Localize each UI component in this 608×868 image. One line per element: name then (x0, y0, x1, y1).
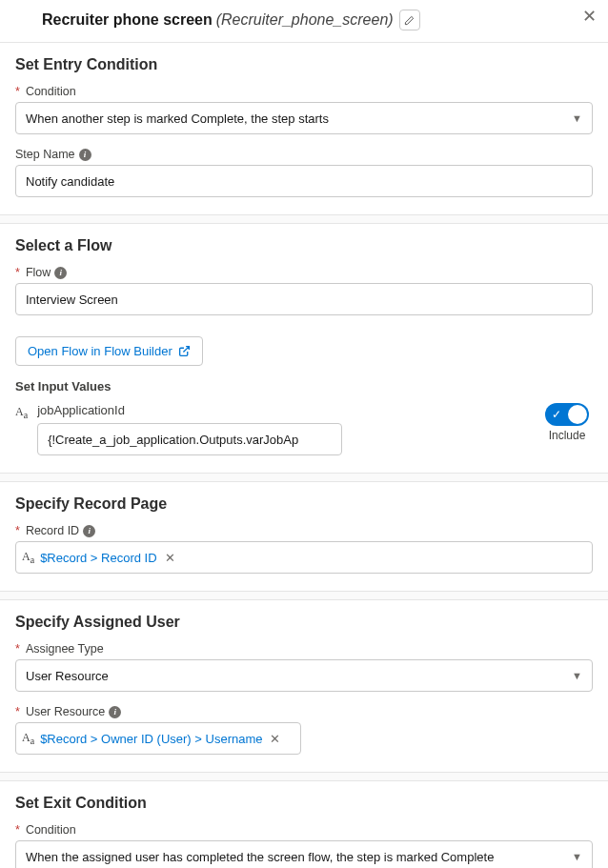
record-page-section: Specify Record Page * Record ID i Aa $Re… (0, 481, 608, 592)
text-type-icon: Aa (22, 550, 34, 565)
remove-pill-button[interactable]: ✕ (270, 732, 280, 746)
section-title-flow: Select a Flow (15, 237, 593, 254)
variable-name: jobApplicationId (37, 403, 536, 417)
assignee-type-label: * Assignee Type (15, 642, 593, 656)
required-asterisk: * (15, 705, 20, 718)
record-id-input[interactable]: Aa $Record > Record ID ✕ (15, 541, 593, 574)
required-asterisk: * (15, 266, 20, 279)
assigned-user-section: Specify Assigned User * Assignee Type Us… (0, 599, 608, 773)
exit-condition-section: Set Exit Condition * Condition When the … (0, 780, 608, 868)
info-icon[interactable]: i (79, 149, 91, 161)
info-icon[interactable]: i (54, 267, 67, 279)
close-button[interactable]: ✕ (582, 6, 597, 27)
assignee-type-select[interactable]: User Resource ▼ (15, 659, 593, 692)
chevron-down-icon: ▼ (572, 851, 582, 862)
toggle-label: Include (549, 429, 586, 442)
entry-condition-section: Set Entry Condition * Condition When ano… (0, 43, 608, 215)
flow-label: * Flow i (15, 266, 593, 279)
set-input-values-title: Set Input Values (15, 379, 593, 394)
user-resource-pill: $Record > Owner ID (User) > Username (40, 732, 262, 746)
external-link-icon (178, 345, 191, 357)
step-name-input[interactable] (15, 165, 593, 197)
edit-button[interactable] (399, 10, 420, 30)
chevron-down-icon: ▼ (572, 670, 582, 681)
open-flow-builder-button[interactable]: Open Flow in Flow Builder (15, 336, 203, 366)
toggle-knob (568, 405, 587, 424)
header-title: Recruiter phone screen (42, 11, 213, 29)
required-asterisk: * (15, 823, 20, 837)
chevron-down-icon: ▼ (572, 112, 582, 124)
flow-input[interactable] (15, 283, 593, 315)
user-resource-input[interactable]: Aa $Record > Owner ID (User) > Username … (15, 722, 301, 755)
section-title-assignee: Specify Assigned User (15, 614, 593, 631)
record-id-pill: $Record > Record ID (40, 551, 156, 565)
user-resource-label: * User Resource i (15, 705, 593, 718)
section-title-exit: Set Exit Condition (15, 795, 593, 812)
required-asterisk: * (15, 642, 20, 656)
info-icon[interactable]: i (83, 525, 95, 537)
check-icon: ✓ (552, 408, 561, 421)
exit-condition-label: * Condition (15, 823, 593, 837)
text-type-icon: Aa (22, 731, 34, 746)
exit-condition-select[interactable]: When the assigned user has completed the… (15, 840, 593, 868)
input-variable-row: Aa jobApplicationId ✓ Include (15, 403, 593, 455)
required-asterisk: * (15, 524, 20, 537)
panel-header: Recruiter phone screen (Recruiter_phone_… (0, 0, 608, 43)
close-icon: ✕ (582, 7, 597, 26)
info-icon[interactable]: i (109, 706, 121, 718)
required-asterisk: * (15, 85, 20, 98)
section-title-entry: Set Entry Condition (15, 56, 593, 73)
step-name-label: Step Name i (15, 148, 593, 161)
entry-condition-select[interactable]: When another step is marked Complete, th… (15, 102, 593, 134)
select-flow-section: Select a Flow * Flow i Open Flow in Flow… (0, 223, 608, 474)
section-title-record: Specify Record Page (15, 495, 593, 513)
text-type-icon: Aa (15, 405, 28, 420)
record-id-label: * Record ID i (15, 524, 593, 537)
variable-value-input[interactable] (37, 423, 342, 455)
remove-pill-button[interactable]: ✕ (165, 551, 175, 565)
include-toggle[interactable]: ✓ (545, 403, 589, 426)
entry-condition-label: * Condition (15, 85, 593, 98)
header-api-name: (Recruiter_phone_screen) (216, 11, 394, 29)
pencil-icon (404, 15, 415, 26)
